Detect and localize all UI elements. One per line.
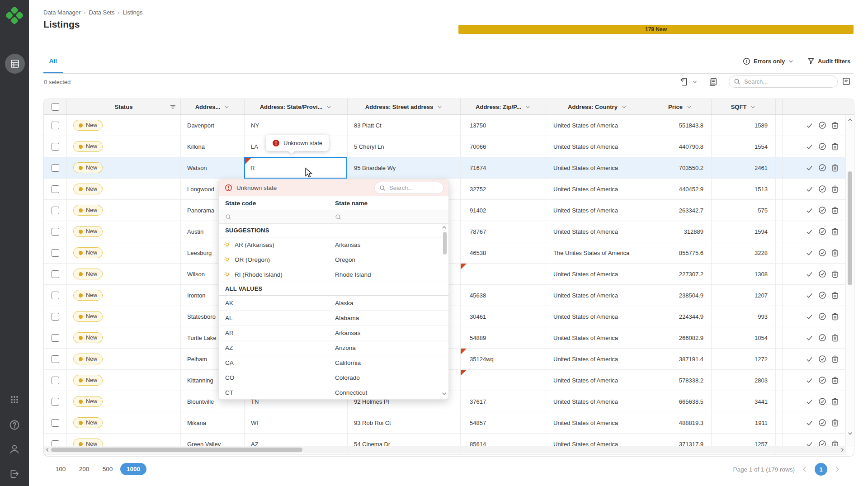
state-option[interactable]: CTConnecticut [219, 385, 448, 400]
log-panel-icon[interactable] [842, 77, 851, 86]
scroll-up-icon[interactable] [847, 117, 853, 123]
table-row[interactable]: NewMikanaWI93 Rob Roi Ct54857United Stat… [44, 412, 846, 434]
breadcrumb-item[interactable]: Data Manager [43, 9, 80, 16]
search-input[interactable]: Search... [729, 75, 838, 88]
delete-icon[interactable] [831, 164, 839, 172]
state-code-filter-input[interactable] [219, 214, 335, 220]
state-option[interactable]: RI (Rhode Island)Rhode Island [219, 267, 448, 282]
price-cell[interactable]: 387191.4 [649, 349, 712, 369]
scroll-down-icon[interactable] [441, 391, 447, 396]
sqft-cell[interactable]: 1554 [712, 136, 776, 157]
zip-cell[interactable]: 46538 [461, 242, 546, 263]
resolve-icon[interactable] [818, 227, 826, 236]
state-name-filter-input[interactable] [335, 214, 448, 220]
state-cell-editor[interactable]: R [244, 157, 347, 179]
resolve-icon[interactable] [818, 142, 826, 151]
city-cell[interactable]: Watson [181, 157, 245, 178]
approve-icon[interactable] [806, 207, 813, 214]
delete-icon[interactable] [831, 206, 839, 214]
resolve-icon[interactable] [818, 419, 826, 427]
table-row[interactable]: NewKillonaLA5 Cheryl Ln70066United State… [44, 136, 846, 157]
zip-cell[interactable]: 54857 [461, 412, 546, 433]
chevron-down-icon[interactable] [224, 104, 230, 110]
zip-cell[interactable]: 37617 [461, 391, 546, 412]
sqft-cell[interactable]: 993 [712, 306, 776, 327]
scroll-up-icon[interactable] [441, 225, 447, 231]
delete-icon[interactable] [831, 270, 839, 278]
sqft-cell[interactable]: 1911 [712, 412, 776, 433]
state-cell[interactable]: NY [245, 115, 348, 136]
row-checkbox[interactable] [52, 143, 59, 151]
price-cell[interactable]: 551843.8 [649, 115, 712, 136]
country-cell[interactable]: United States of America [546, 327, 649, 348]
apps-grid-icon[interactable] [0, 392, 29, 408]
city-cell[interactable]: Davenport [181, 115, 245, 136]
country-cell[interactable]: United States of America [546, 370, 649, 391]
price-cell[interactable]: 855775.6 [649, 242, 712, 263]
zip-cell[interactable]: 35124wq [461, 349, 546, 369]
approve-icon[interactable] [806, 185, 813, 193]
price-cell[interactable]: 440790.8 [649, 136, 712, 157]
zip-cell[interactable]: 32752 [461, 179, 546, 199]
resolve-icon[interactable] [818, 185, 826, 193]
zip-cell[interactable]: 71674 [461, 157, 546, 178]
user-icon[interactable] [0, 441, 29, 458]
sqft-cell[interactable]: 2803 [712, 370, 776, 391]
price-cell[interactable]: 312889 [649, 221, 712, 242]
resolve-icon[interactable] [818, 355, 826, 363]
row-checkbox[interactable] [52, 355, 59, 363]
price-cell[interactable]: 578338.2 [649, 370, 712, 391]
zip-cell[interactable]: 30461 [461, 306, 546, 327]
row-checkbox[interactable] [52, 270, 59, 278]
horizontal-scrollbar-thumb[interactable] [51, 448, 302, 452]
column-header-Price[interactable]: Price [649, 99, 712, 114]
country-cell[interactable]: United States of America [546, 200, 649, 221]
row-checkbox[interactable] [52, 419, 59, 427]
price-cell[interactable]: 665638.5 [649, 391, 712, 412]
filter-lines-icon[interactable] [170, 104, 176, 110]
resolve-icon[interactable] [818, 397, 826, 406]
street-cell[interactable]: 95 Briardale Wy [348, 157, 461, 178]
delete-icon[interactable] [831, 142, 839, 151]
row-checkbox[interactable] [52, 292, 59, 299]
country-cell[interactable]: The Unites States of America [546, 242, 649, 263]
state-option[interactable]: ARArkansas [219, 326, 448, 340]
chevron-down-icon[interactable] [437, 104, 443, 110]
errors-only-dropdown[interactable]: Errors only [743, 57, 794, 65]
sqft-cell[interactable]: 1272 [712, 349, 776, 369]
resolve-icon[interactable] [818, 121, 826, 129]
approve-icon[interactable] [806, 292, 813, 299]
delete-icon[interactable] [831, 419, 839, 427]
sqft-cell[interactable]: 1207 [712, 285, 776, 306]
zip-cell[interactable]: 45638 [461, 285, 546, 306]
select-all-checkbox[interactable] [52, 103, 59, 111]
price-cell[interactable]: 488819.3 [649, 412, 712, 433]
approve-icon[interactable] [806, 334, 813, 342]
approve-icon[interactable] [806, 377, 813, 384]
state-cell[interactable]: WI [245, 412, 348, 433]
table-row[interactable]: NewWatson95 Briardale Wy71674United Stat… [44, 157, 846, 179]
resolve-icon[interactable] [818, 312, 826, 321]
row-checkbox[interactable] [52, 228, 59, 236]
report-icon[interactable] [708, 77, 718, 87]
country-cell[interactable]: United States of America [546, 115, 649, 136]
state-option[interactable]: OR (Oregon)Oregon [219, 252, 448, 267]
street-cell[interactable]: 93 Rob Roi Ct [348, 412, 461, 433]
resolve-icon[interactable] [818, 376, 826, 384]
approve-icon[interactable] [806, 143, 813, 151]
country-cell[interactable]: United States of America [546, 136, 649, 157]
column-header-Status[interactable]: Status [67, 99, 181, 114]
table-row[interactable]: NewDavenportNY83 Platt Ct13750United Sta… [44, 115, 846, 136]
price-cell[interactable]: 440452.9 [649, 179, 712, 199]
approve-icon[interactable] [806, 419, 813, 427]
street-cell[interactable]: 83 Platt Ct [348, 115, 461, 136]
export-button[interactable] [679, 77, 698, 87]
chevron-down-icon[interactable] [686, 104, 692, 110]
breadcrumb-item[interactable]: Listings [123, 9, 142, 16]
chevron-down-icon[interactable] [326, 104, 332, 110]
logout-icon[interactable] [0, 466, 29, 482]
approve-icon[interactable] [806, 398, 813, 406]
delete-icon[interactable] [831, 185, 839, 193]
sqft-cell[interactable]: 3228 [712, 242, 776, 263]
vertical-scrollbar[interactable] [845, 115, 854, 447]
